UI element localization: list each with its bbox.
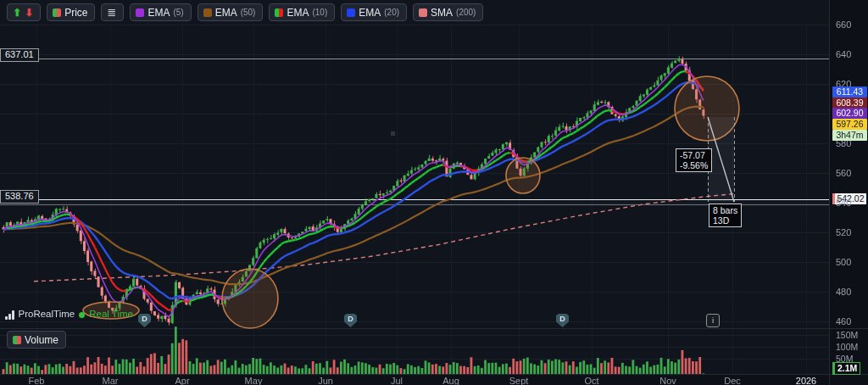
volume-swatch-icon [13,336,21,344]
indicator-period: (50) [241,8,256,17]
price-tick: 660 [836,20,851,30]
measure-percent: -9.56% [680,160,708,170]
indicator-swatch-icon [419,8,427,17]
month-label-sept: Sept [509,376,529,385]
indicator-list-button[interactable]: ≣ [101,3,124,21]
dividend-marker[interactable]: D [344,314,357,327]
dividend-marker[interactable]: D [138,314,151,327]
price-tick: 520 [836,227,851,237]
indicator-badge-ema50[interactable]: EMA(50) [198,3,264,21]
order-arrows-button[interactable]: ⬆ ⬇ [7,3,41,21]
indicator-label: EMA [147,7,170,19]
month-label-apr: Apr [175,376,189,385]
volume-indicator-label: Volume [25,334,58,346]
realtime-status-label: Real Time [89,309,133,320]
volume-indicator-badge[interactable]: Volume [7,331,66,349]
info-marker[interactable]: i [706,314,720,327]
charting-app: ⬆ ⬇ Price ≣ EMA(5)EMA(50)EMA(10)EMA(20)S… [0,0,868,385]
price-swatch-icon [53,8,61,17]
volume-tick: 100M [836,342,858,352]
month-label-aug: Aug [442,376,459,385]
indicator-swatch-icon [275,8,283,17]
list-icon: ≣ [107,6,116,19]
indicator-period: (200) [456,8,476,17]
sell-arrow-icon[interactable]: ⬇ [25,7,33,19]
measure-bars-label[interactable]: 8 bars 13D [709,204,742,227]
indicator-badge-ema5[interactable]: EMA(5) [130,3,191,21]
price-tick: 560 [836,168,851,178]
month-label-2026: 2026 [796,376,816,385]
indicator-period: (5) [173,8,183,17]
realtime-status-icon [79,312,85,318]
price-tick: 640 [836,49,851,59]
overlays: ⬆ ⬇ Price ≣ EMA(5)EMA(50)EMA(10)EMA(20)S… [0,0,868,385]
measure-duration: 13D [713,215,737,226]
measure-delta: -57.07 [680,150,708,160]
month-label-nov: Nov [659,376,676,385]
month-label-mar: Mar [103,376,119,385]
price-tag: 611.43 [832,86,867,98]
month-label-oct: Oct [584,376,598,385]
indicator-label: SMA [431,7,453,19]
indicator-period: (20) [384,8,399,17]
indicator-label: EMA [359,7,381,19]
indicator-swatch-icon [136,8,144,17]
price-indicator-label: Price [64,7,87,19]
price-tag: 602.90 [832,108,867,119]
indicator-period: (10) [312,8,327,17]
indicator-swatch-icon [203,8,212,17]
current-volume-badge: 2.1M [832,362,860,375]
prorealtime-logo-icon [5,310,14,320]
month-label-jul: Jul [391,376,403,385]
indicator-label: EMA [215,7,237,19]
month-label-feb: Feb [29,376,45,385]
indicator-badge-ema20[interactable]: EMA(20) [341,3,407,21]
indicator-badges: EMA(5)EMA(50)EMA(10)EMA(20)SMA(200) [130,3,483,21]
dividend-marker[interactable]: D [556,314,569,327]
hline-label-637[interactable]: 637.01 [0,48,39,62]
measure-bar-count: 8 bars [713,205,737,215]
month-label-may: May [245,376,263,385]
month-label-jun: Jun [318,376,333,385]
price-indicator-badge[interactable]: Price [47,3,95,21]
indicator-swatch-icon [347,8,355,17]
price-tick: 500 [836,257,851,267]
price-tag: 3h47m [832,130,867,141]
price-tag: 597.26 [832,119,867,130]
month-label-dec: Dec [724,376,741,385]
indicator-badge-sma200[interactable]: SMA(200) [413,3,483,21]
buy-arrow-icon[interactable]: ⬆ [13,7,21,19]
price-tick: 540 [836,198,851,208]
price-tick: 480 [836,287,851,297]
indicator-label: EMA [287,7,309,19]
brand-name: ProRealTime [19,309,75,320]
hline-label-538[interactable]: 538.76 [0,190,39,204]
price-tick: 460 [836,316,851,326]
indicator-badge-ema10[interactable]: EMA(10) [269,3,335,21]
measure-label[interactable]: -57.07 -9.56% [676,148,712,172]
volume-tick: 150M [836,330,858,340]
toolbar: ⬆ ⬇ Price ≣ EMA(5)EMA(50)EMA(10)EMA(20)S… [7,3,483,21]
brand-row: ProRealTime Real Time [5,307,133,320]
